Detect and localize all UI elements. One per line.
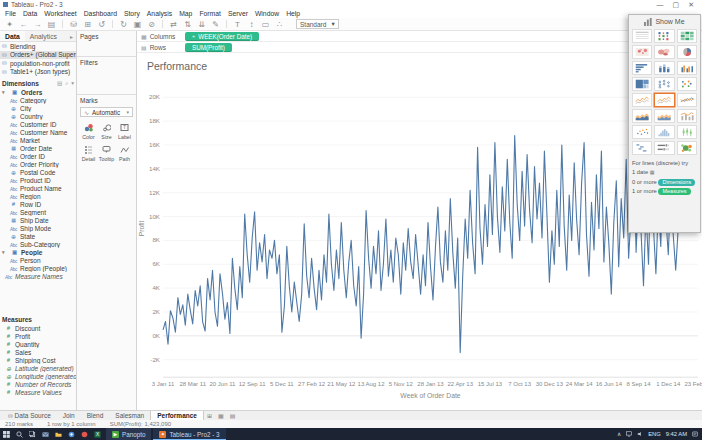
taskbar-app-tableau[interactable]: ✦Tableau - Pro2 - 3: [153, 428, 225, 440]
add-data-source-icon[interactable]: ⛁: [68, 19, 79, 30]
dimension-item[interactable]: ⊕City: [0, 104, 76, 112]
dimension-item[interactable]: AbcRegion: [0, 192, 76, 200]
tab-analytics[interactable]: Analytics: [25, 31, 62, 41]
back-arrow-icon[interactable]: ←: [18, 19, 29, 30]
taskbar-app-panopto[interactable]: ▶Panopto: [106, 428, 151, 440]
menu-server[interactable]: Server: [228, 10, 248, 17]
dimension-item[interactable]: AbcCustomer ID: [0, 120, 76, 128]
menu-analysis[interactable]: Analysis: [147, 10, 172, 17]
tableau-logo-icon[interactable]: ✦: [4, 19, 15, 30]
undo-icon[interactable]: ↺: [96, 19, 107, 30]
redo-icon[interactable]: ↻: [118, 19, 129, 30]
menu-dashboard[interactable]: Dashboard: [84, 10, 117, 17]
start-button[interactable]: [0, 428, 13, 440]
data-source-tab[interactable]: ⛁ Data Source: [2, 411, 57, 420]
gantt-thumb[interactable]: [632, 141, 652, 155]
measure-item[interactable]: #Number of Records: [0, 380, 76, 388]
dimension-item[interactable]: AbcOrder Priority: [0, 160, 76, 168]
profit-line-chart[interactable]: 20K18K16K14K12K10K8K6K4K2K0K-2K3 Jan 112…: [137, 75, 702, 410]
dual-combination-thumb[interactable]: [677, 109, 697, 123]
chrome-icon[interactable]: [65, 428, 78, 440]
scatter-plot-thumb[interactable]: [632, 125, 652, 139]
data-source-item[interactable]: ⛁Blending: [0, 42, 76, 51]
dimension-item[interactable]: AbcOrder ID: [0, 152, 76, 160]
file-explorer-icon[interactable]: [52, 428, 65, 440]
rows-pill-sum-profit[interactable]: SUM(Profit): [185, 43, 232, 52]
sort-ascending-icon[interactable]: ⇅: [182, 19, 193, 30]
box-and-whisker-thumb[interactable]: [677, 125, 697, 139]
menu-window[interactable]: Window: [255, 10, 279, 17]
maximize-button[interactable]: ▢: [673, 1, 680, 9]
side-by-side-circles-thumb[interactable]: [677, 77, 697, 91]
treemap-thumb[interactable]: [632, 77, 652, 91]
view-data-icon[interactable]: ▤: [57, 80, 62, 87]
sort-descending-icon[interactable]: ⇊: [196, 19, 207, 30]
horizontal-bars-thumb[interactable]: [632, 61, 652, 75]
show-mark-labels-icon[interactable]: T: [232, 19, 243, 30]
mail-icon[interactable]: [39, 428, 52, 440]
collapse-caret-icon[interactable]: ▾: [2, 249, 8, 255]
sheet-tab-join[interactable]: Join: [57, 411, 81, 420]
menu-format[interactable]: Format: [199, 10, 221, 17]
data-source-item[interactable]: ⛁population-non-profit: [0, 59, 76, 68]
dimension-item[interactable]: ▦Ship Date: [0, 216, 76, 224]
measure-item[interactable]: #Quantity: [0, 340, 76, 348]
tab-data[interactable]: Data: [0, 31, 25, 41]
dimension-item[interactable]: AbcProduct Name: [0, 184, 76, 192]
task-view-icon[interactable]: [26, 428, 39, 440]
profit-line-series[interactable]: [163, 135, 678, 352]
collapse-caret-icon[interactable]: ▾: [2, 89, 8, 95]
expand-hierarchy-icon[interactable]: +: [192, 33, 195, 39]
menu-map[interactable]: Map: [179, 10, 192, 17]
tray-expand-icon[interactable]: ∧: [617, 431, 621, 437]
dimension-item[interactable]: #Row ID: [0, 200, 76, 208]
menu-help[interactable]: Help: [286, 10, 300, 17]
histogram-thumb[interactable]: [654, 125, 674, 139]
dimension-item[interactable]: ⊕Country: [0, 112, 76, 120]
dimension-item[interactable]: ▦Order Date: [0, 144, 76, 152]
rows-shelf[interactable]: ▤ Rows SUM(Profit): [137, 42, 702, 53]
clock[interactable]: 9:42 AM: [666, 431, 687, 437]
dimension-item[interactable]: AbcSegment: [0, 208, 76, 216]
save-icon[interactable]: ▤: [46, 19, 57, 30]
pie-chart-thumb[interactable]: [677, 45, 697, 59]
highlight-table-thumb[interactable]: [677, 29, 697, 43]
menu-file[interactable]: File: [5, 10, 16, 17]
forward-arrow-icon[interactable]: →: [32, 19, 43, 30]
dimension-item[interactable]: AbcRegion (People): [0, 264, 76, 272]
dual-lines-thumb[interactable]: [677, 93, 697, 107]
lines-continuous-thumb[interactable]: [632, 93, 652, 107]
fit-dropdown[interactable]: Standard▾: [296, 19, 339, 29]
fix-axes-icon[interactable]: ↕: [246, 19, 257, 30]
heat-map-thumb[interactable]: [654, 29, 674, 43]
dimension-item[interactable]: AbcCustomer Name: [0, 128, 76, 136]
chart-svg[interactable]: 20K18K16K14K12K10K8K6K4K2K0K-2K3 Jan 112…: [137, 75, 702, 410]
show-me-header[interactable]: Show Me: [629, 15, 700, 28]
columns-pill-week-order-date[interactable]: + WEEK(Order Date): [185, 32, 259, 41]
dimension-item[interactable]: AbcShip Mode: [0, 224, 76, 232]
marks-button-label[interactable]: TLabel: [116, 121, 133, 142]
duplicate-sheet-icon[interactable]: ▣: [132, 19, 143, 30]
side-by-side-bars-thumb[interactable]: [677, 61, 697, 75]
sort-fields-icon[interactable]: ▾: [71, 80, 74, 87]
circle-views-thumb[interactable]: [654, 77, 674, 91]
measure-item[interactable]: #Shipping Cost: [0, 356, 76, 364]
area-discrete-thumb[interactable]: [654, 109, 674, 123]
close-button[interactable]: ✕: [688, 1, 694, 9]
mark-type-dropdown[interactable]: ∿ Automatic ▾: [80, 107, 133, 117]
excel-icon[interactable]: X: [91, 428, 104, 440]
measure-item[interactable]: #Measure Values: [0, 388, 76, 396]
language-indicator[interactable]: ENG: [648, 431, 661, 437]
new-story-icon[interactable]: ▤: [227, 412, 239, 419]
menu-story[interactable]: Story: [124, 10, 140, 17]
dimension-item[interactable]: AbcPerson: [0, 256, 76, 264]
search-icon[interactable]: [13, 428, 26, 440]
measure-item[interactable]: #Sales: [0, 348, 76, 356]
find-field-icon[interactable]: ⌕: [65, 80, 68, 87]
sheet-tab-blend[interactable]: Blend: [81, 411, 110, 420]
bullet-graph-thumb[interactable]: [654, 141, 674, 155]
field-group-people[interactable]: ▾▣People: [0, 248, 76, 256]
dimension-item[interactable]: AbcMarket: [0, 136, 76, 144]
speaker-icon[interactable]: [637, 431, 643, 438]
marks-button-detail[interactable]: Detail: [80, 143, 97, 164]
